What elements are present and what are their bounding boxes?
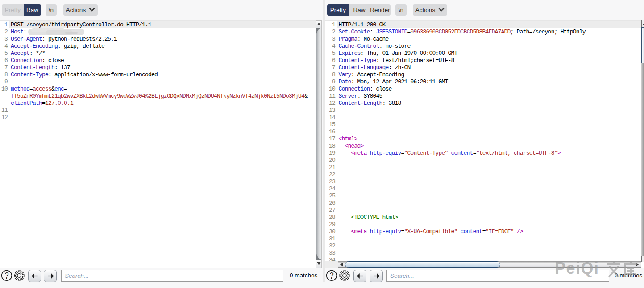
svg-text:PeiQi: PeiQi	[555, 259, 599, 277]
svg-text:?: ?	[329, 271, 333, 279]
svg-text:?: ?	[4, 271, 8, 279]
